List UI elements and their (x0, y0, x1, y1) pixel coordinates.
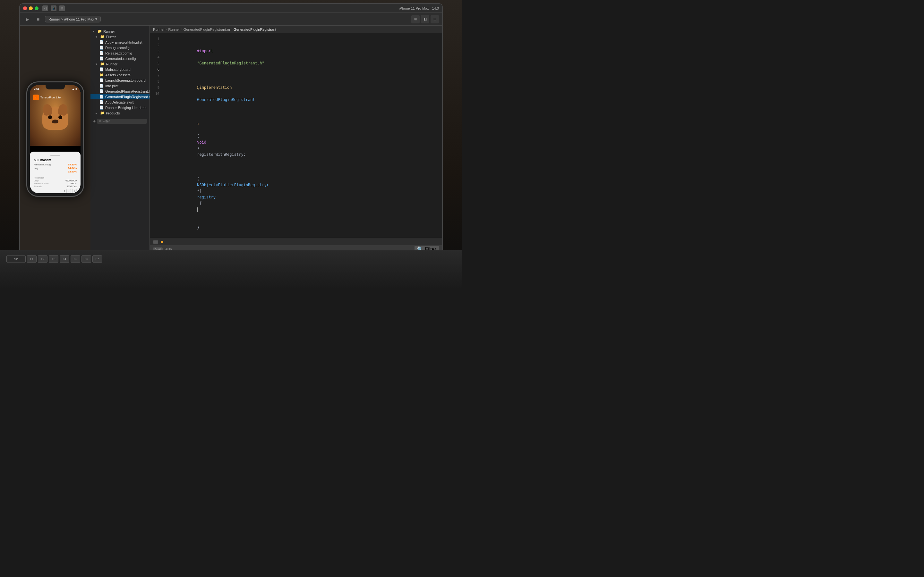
code-content[interactable]: #import "GeneratedPluginRegistrant.h" @i… (162, 36, 442, 235)
stepper-value: 1 (64, 190, 65, 193)
tree-flutter-folder[interactable]: ▾ 📁 Flutter (90, 34, 150, 39)
scheme-chevron: ▾ (95, 17, 97, 21)
tree-products-folder[interactable]: ▸ 📁 Products (90, 110, 150, 116)
tree-bridging-header[interactable]: 📄 Runner-Bridging-Header.h (90, 105, 150, 110)
stat-crop: Crop 6629x4419 (34, 179, 77, 182)
threads-time: 205.97ms (67, 185, 77, 187)
tree-appframeworkinfo[interactable]: 📄 AppFrameworkInfo.plist (90, 39, 150, 45)
tree-appdelegate[interactable]: 📄 AppDelegate.swift (90, 99, 150, 105)
dog-nose (52, 119, 58, 123)
key-f6[interactable]: F6 (81, 255, 91, 263)
code-line-3 (165, 73, 439, 79)
filter-bar[interactable]: ⊕ Filter (97, 119, 147, 124)
toolbar-right-buttons: ⊞ ◧ ⊟ (411, 15, 439, 23)
method-name: registerWithRegistry: (197, 152, 246, 157)
breadcrumb-runner-2: Runner (168, 27, 180, 31)
tree-generated-m[interactable]: 📄 GeneratedPluginRegistrant.m (90, 94, 150, 99)
debug-toggle[interactable]: ⊟ (431, 15, 439, 23)
key-f7[interactable]: F7 (92, 255, 102, 263)
code-line-4: @implementation GeneratedPluginRegistran… (165, 79, 439, 109)
key-f3[interactable]: F3 (49, 255, 58, 263)
close-button[interactable] (23, 6, 27, 10)
minimize-button[interactable] (29, 6, 33, 10)
maximize-button[interactable] (35, 6, 39, 10)
dog-eye-right (58, 115, 62, 119)
tree-generated-xcconfig[interactable]: 📄 Generated.xcconfig (90, 56, 150, 61)
traffic-lights (23, 6, 39, 10)
brace-open: { (197, 201, 202, 205)
tree-launchscreen[interactable]: 📄 LaunchScreen.storyboard (90, 77, 150, 83)
bridging-header-label: Runner-Bridging-Header.h (105, 106, 146, 110)
inspector-toggle[interactable]: ◧ (421, 15, 429, 23)
filter-icon: ⊕ (99, 119, 102, 123)
stat-threads: Threads 205.97ms (34, 185, 77, 187)
bookmark-icon[interactable]: ⊞ (59, 5, 65, 11)
stop-button[interactable]: ■ (34, 15, 42, 23)
battery-icon: ▮ (75, 87, 77, 90)
minus-icon: − (68, 189, 69, 193)
key-esc[interactable]: esc (6, 255, 26, 263)
back-icon[interactable]: ◁ (42, 5, 48, 11)
add-file-button[interactable]: + (93, 119, 95, 124)
code-space-2 (197, 91, 199, 96)
tree-root-runner[interactable]: ▾ 📁 Runner (90, 29, 150, 34)
launchscreen-label: LaunchScreen.storyboard (105, 79, 145, 82)
line-num-7: 7 (152, 73, 160, 79)
tree-main-storyboard[interactable]: 📄 Main.storyboard (90, 67, 150, 72)
prediction-card: bull mastiff French bulldog 65.23% pug 1… (30, 152, 81, 193)
stepper-minus-button[interactable]: − (66, 189, 71, 193)
tree-runner-folder[interactable]: ▾ 📁 Runner (90, 61, 150, 67)
key-f5[interactable]: F5 (71, 255, 80, 263)
breadcrumb-sep-3: › (231, 27, 232, 31)
line-numbers: 1 2 3 4 5 6 7 8 9 10 (150, 36, 162, 235)
key-f1[interactable]: F1 (27, 255, 37, 263)
run-button[interactable]: ▶ (23, 15, 31, 23)
class-name: GeneratedPluginRegistrant (197, 97, 255, 102)
app-name: TensorFlow Lite (40, 96, 61, 99)
tensorflow-label: T TensorFlow Lite (33, 95, 61, 100)
layout-icon[interactable] (153, 240, 158, 243)
line-num-1: 1 (152, 36, 160, 42)
editor-content[interactable]: 1 2 3 4 5 6 7 8 9 10 #import (150, 33, 442, 238)
runner-folder-icon: 📁 (100, 62, 105, 66)
key-f2[interactable]: F2 (38, 255, 47, 263)
tensorflow-icon: T (33, 95, 39, 100)
tree-generated-h[interactable]: 📄 GeneratedPluginRegistrant.h (90, 89, 150, 94)
editor-bottom-bar (150, 238, 442, 245)
chevron-down-icon-flutter: ▾ (95, 35, 99, 39)
line-num-2: 2 (152, 42, 160, 48)
status-time: 2:55 (34, 87, 39, 90)
swift-icon: 📄 (99, 100, 104, 104)
import-string: "GeneratedPluginRegistrant.h" (197, 61, 264, 65)
device-icon[interactable]: 📱 (51, 5, 57, 11)
type-name: NSObject<FlutterPluginRegistry> (197, 183, 269, 187)
debug-xcconfig-label: Debug.xcconfig (105, 46, 129, 50)
scheme-selector[interactable]: Runner > iPhone 11 Pro Max ▾ (45, 16, 101, 23)
tree-release-xcconfig[interactable]: 📄 Release.xcconfig (90, 50, 150, 56)
runner-folder-label: Runner (106, 62, 118, 66)
prediction-row-2: pug 14.84% (34, 167, 77, 169)
chevron-right-icon-products: ▸ (95, 111, 99, 115)
key-f4[interactable]: F4 (60, 255, 69, 263)
generated-h-label: GeneratedPluginRegistrant.h (105, 89, 150, 93)
iphone-device: 2:55 ▲ ▮ T (26, 81, 84, 197)
file-tree: ▾ 📁 Runner ▾ 📁 Flutter 📄 AppFrameworkInf… (90, 27, 150, 117)
code-line-6a: + ( void ) registerWithRegistry: (165, 115, 439, 164)
device-label: iPhone 11 Pro Max - 14.0 (399, 6, 439, 10)
tree-assets[interactable]: 📁 Assets.xcassets (90, 72, 150, 77)
navigator-toggle[interactable]: ⊞ (411, 15, 420, 23)
tree-debug-xcconfig[interactable]: 📄 Debug.xcconfig (90, 45, 150, 50)
line-num-6: 6 (152, 66, 160, 73)
pred-label-2: pug (34, 167, 38, 169)
title-bar: ◁ 📱 ⊞ iPhone 11 Pro Max - 14.0 (20, 4, 442, 13)
pred-label-1: French bulldog (34, 163, 51, 166)
status-icons: ▲ ▮ (72, 87, 77, 90)
breadcrumb-sep-2: › (181, 27, 182, 31)
file-navigator: ▾ 📁 Runner ▾ 📁 Flutter 📄 AppFrameworkInf… (90, 26, 150, 253)
editor-breadcrumb: Runner › Runner › GeneratedPluginRegistr… (150, 26, 442, 33)
plist-icon-2: 📄 (99, 84, 104, 88)
code-line-2: #import "GeneratedPluginRegistrant.h" (165, 42, 439, 73)
stepper-plus-button[interactable]: + (72, 189, 77, 193)
tree-info-plist[interactable]: 📄 Info.plist (90, 83, 150, 89)
xcode-toolbar: ▶ ■ Runner > iPhone 11 Pro Max ▾ ⊞ ◧ ⊟ (20, 13, 442, 26)
